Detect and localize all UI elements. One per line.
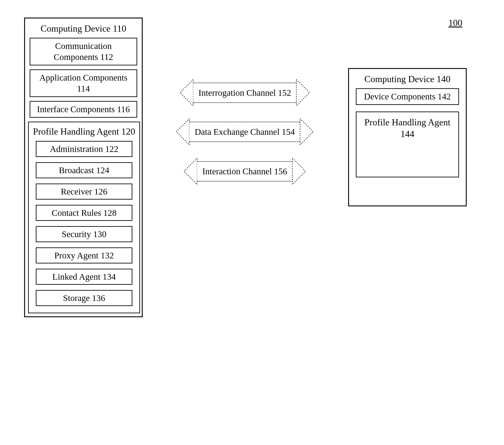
- arrow-left-icon: [180, 79, 193, 106]
- channel-label: Data Exchange Channel 154: [189, 122, 300, 142]
- device-110-title: Computing Device 110: [28, 23, 139, 34]
- security-130: Security 130: [36, 226, 132, 242]
- channel-label: Interrogation Channel 152: [193, 83, 296, 103]
- interaction-channel-156: Interaction Channel 156: [149, 158, 340, 184]
- figure-number: 100: [449, 18, 462, 28]
- computing-device-140: Computing Device 140 Device Components 1…: [348, 68, 467, 206]
- application-components-114: Application Components 114: [30, 69, 137, 97]
- storage-136: Storage 136: [36, 290, 132, 306]
- arrow-right-icon: [296, 79, 309, 106]
- interrogation-channel-152: Interrogation Channel 152: [149, 79, 340, 106]
- profile-handling-agent-120: Profile Handling Agent 120 Administratio…: [28, 122, 140, 313]
- receiver-126: Receiver 126: [36, 183, 132, 199]
- channel-label: Interaction Channel 156: [197, 161, 293, 181]
- device-components-142: Device Components 142: [356, 88, 459, 105]
- computing-device-110: Computing Device 110 Communication Compo…: [24, 18, 143, 317]
- interface-components-116: Interface Components 116: [30, 101, 137, 118]
- broadcast-124: Broadcast 124: [36, 162, 132, 178]
- arrow-left-icon: [184, 158, 197, 184]
- arrow-right-icon: [292, 158, 306, 184]
- contact-rules-128: Contact Rules 128: [36, 205, 132, 221]
- arrow-right-icon: [300, 119, 313, 145]
- administration-122: Administration 122: [36, 141, 132, 157]
- proxy-agent-132: Proxy Agent 132: [36, 248, 132, 264]
- communication-components-112: Communication Components 112: [30, 38, 137, 65]
- linked-agent-134: Linked Agent 134: [36, 269, 132, 285]
- device-140-title: Computing Device 140: [352, 74, 463, 84]
- arrow-left-icon: [176, 119, 189, 145]
- profile-handling-agent-144: Profile Handling Agent 144: [356, 111, 459, 178]
- diagram-canvas: 100 Computing Device 110 Communication C…: [0, 0, 504, 445]
- agent-120-title: Profile Handling Agent 120: [32, 126, 136, 137]
- data-exchange-channel-154: Data Exchange Channel 154: [149, 119, 340, 145]
